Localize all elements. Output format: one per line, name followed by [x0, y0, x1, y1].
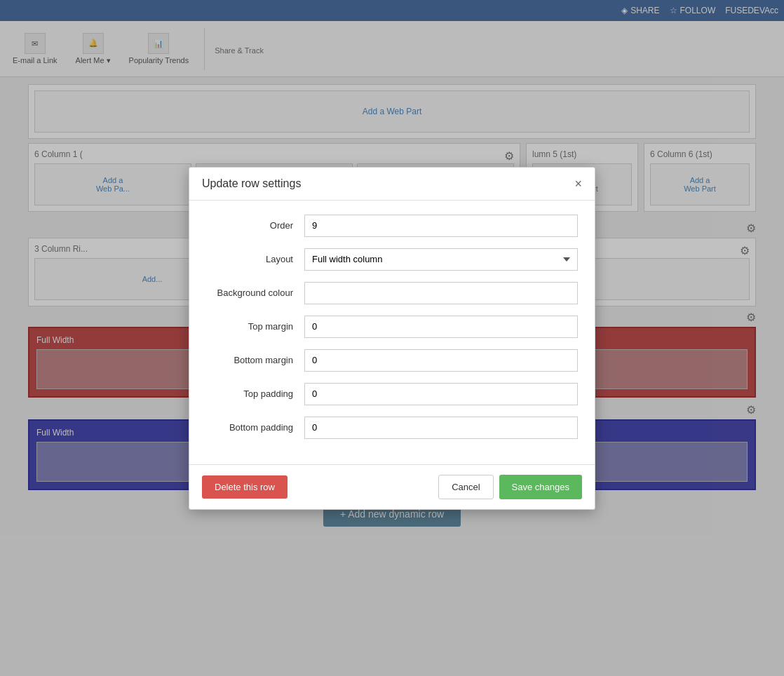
cancel-button[interactable]: Cancel [438, 475, 493, 499]
modal-title: Update row settings [202, 177, 301, 190]
bottom-margin-input[interactable] [304, 349, 578, 372]
form-row-top-margin: Top margin [206, 316, 578, 338]
bg-colour-label: Background colour [206, 288, 304, 298]
modal-dialog: Update row settings × Order Layout Full … [189, 167, 595, 510]
modal-body: Order Layout Full width column Two colum… [189, 201, 595, 464]
bottom-padding-input[interactable] [304, 417, 578, 439]
footer-right-buttons: Cancel Save changes [438, 475, 582, 499]
save-changes-button[interactable]: Save changes [499, 475, 582, 499]
layout-label: Layout [206, 254, 304, 264]
layout-select[interactable]: Full width column Two columns Three colu… [304, 248, 578, 271]
modal-footer: Delete this row Cancel Save changes [189, 464, 595, 509]
form-row-bottom-margin: Bottom margin [206, 349, 578, 372]
order-label: Order [206, 220, 304, 231]
bg-colour-input[interactable] [304, 282, 578, 304]
bottom-margin-label: Bottom margin [206, 355, 304, 365]
top-margin-input[interactable] [304, 316, 578, 338]
form-row-top-padding: Top padding [206, 383, 578, 405]
bottom-padding-label: Bottom padding [206, 422, 304, 433]
top-padding-label: Top padding [206, 388, 304, 399]
modal-overlay: Update row settings × Order Layout Full … [0, 0, 784, 676]
modal-close-button[interactable]: × [574, 177, 582, 190]
top-padding-input[interactable] [304, 383, 578, 405]
form-row-order: Order [206, 215, 578, 237]
order-input[interactable] [304, 215, 578, 237]
form-row-layout: Layout Full width column Two columns Thr… [206, 248, 578, 271]
form-row-bottom-padding: Bottom padding [206, 417, 578, 439]
top-margin-label: Top margin [206, 321, 304, 332]
modal-header: Update row settings × [189, 168, 595, 201]
form-row-bg-colour: Background colour [206, 282, 578, 304]
delete-row-button[interactable]: Delete this row [202, 475, 288, 499]
